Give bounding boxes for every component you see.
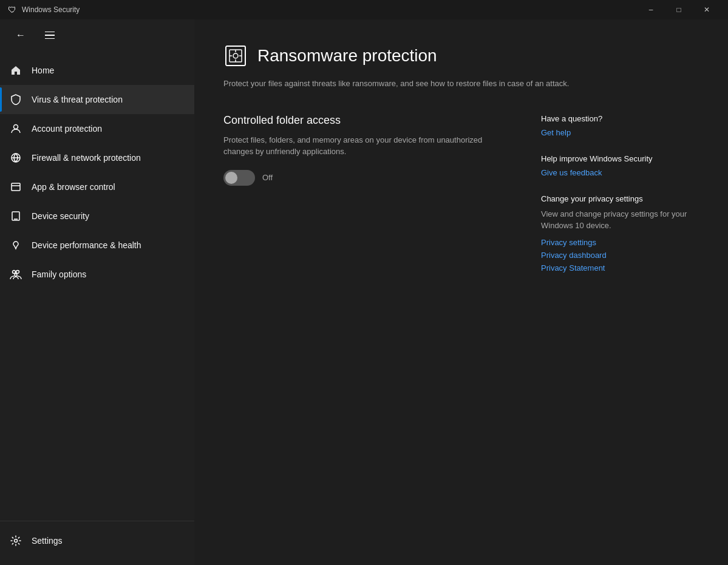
help-section: Have a question? Get help [541,114,699,137]
sidebar-item-firewall[interactable]: Firewall & network protection [0,143,194,172]
app-body: ← Home [0,19,728,565]
privacy-title: Change your privacy settings [541,194,699,203]
improve-section: Help improve Windows Security Give us fe… [541,154,699,177]
toggle-row: Off [223,170,512,186]
nav-items: Home Virus & threat protection Accoun [0,51,194,521]
svg-point-8 [15,274,17,276]
sidebar-label-virus: Virus & threat protection [32,95,123,104]
title-bar-controls: – □ ✕ [637,0,721,19]
main-column: Controlled folder access Protect files, … [223,114,512,289]
section-title: Controlled folder access [223,114,512,127]
devicehealth-icon [10,239,22,251]
privacy-description: View and change privacy settings for you… [541,208,699,232]
privacy-statement-link[interactable]: Privacy Statement [541,263,699,272]
toggle-knob [225,172,237,184]
improve-title: Help improve Windows Security [541,154,699,163]
sidebar-item-family[interactable]: Family options [0,260,194,289]
title-bar-title: Windows Security [22,5,80,14]
side-column: Have a question? Get help Help improve W… [541,114,699,289]
sidebar-item-settings[interactable]: Settings [0,526,194,555]
settings-icon [10,535,22,547]
appbrowser-icon [10,181,22,193]
privacy-section: Change your privacy settings View and ch… [541,194,699,272]
back-button[interactable]: ← [10,24,32,46]
sidebar-label-appbrowser: App & browser control [32,182,115,192]
page-header: Ransomware protection [223,44,699,68]
sidebar-item-devicehealth[interactable]: Device performance & health [0,231,194,260]
sidebar-item-account[interactable]: Account protection [0,114,194,143]
title-bar: 🛡 Windows Security – □ ✕ [0,0,728,19]
svg-rect-10 [226,46,245,66]
sidebar-item-virus[interactable]: Virus & threat protection [0,85,194,114]
svg-point-7 [16,271,19,274]
privacy-settings-link[interactable]: Privacy settings [541,238,699,247]
section-description: Protect files, folders, and memory areas… [223,134,512,158]
firewall-icon [10,152,22,164]
nav-bottom: Settings [0,521,194,565]
title-bar-left: 🛡 Windows Security [7,5,80,15]
minimize-button[interactable]: – [637,0,665,19]
svg-point-12 [233,53,238,58]
close-button[interactable]: ✕ [693,0,721,19]
sidebar-label-settings: Settings [32,536,63,546]
shield-icon [10,93,22,106]
svg-point-0 [14,125,18,129]
sidebar-label-account: Account protection [32,124,102,134]
hamburger-line-3 [45,38,55,39]
svg-point-6 [13,271,16,274]
devicesecurity-icon [10,210,22,222]
svg-rect-2 [12,183,20,191]
content-columns: Controlled folder access Protect files, … [223,114,699,289]
app-icon: 🛡 [7,5,17,15]
sidebar-item-appbrowser[interactable]: App & browser control [0,172,194,201]
sidebar-label-home: Home [32,66,54,75]
sidebar-label-family: Family options [32,269,86,279]
family-icon [10,268,22,280]
sidebar-label-devicesecurity: Device security [32,211,89,221]
hamburger-line-1 [45,32,55,33]
toggle-label: Off [262,173,273,182]
svg-point-9 [15,540,18,543]
page-header-icon [223,44,248,68]
sidebar-item-devicesecurity[interactable]: Device security [0,201,194,231]
sidebar-top: ← [0,19,194,51]
back-icon: ← [16,30,26,41]
sidebar: ← Home [0,19,194,565]
page-title: Ransomware protection [257,46,437,66]
page-description: Protect your files against threats like … [223,78,600,90]
sidebar-label-devicehealth: Device performance & health [32,240,141,250]
get-help-link[interactable]: Get help [541,128,699,137]
give-feedback-link[interactable]: Give us feedback [541,168,699,177]
toggle-switch[interactable] [223,170,255,186]
sidebar-label-firewall: Firewall & network protection [32,153,141,163]
sidebar-item-home[interactable]: Home [0,56,194,85]
help-title: Have a question? [541,114,699,123]
hamburger-button[interactable] [39,24,61,46]
hamburger-line-2 [45,35,55,36]
maximize-button[interactable]: □ [665,0,693,19]
account-icon [10,123,22,135]
privacy-dashboard-link[interactable]: Privacy dashboard [541,251,699,260]
home-icon [10,64,22,76]
main-content: Ransomware protection Protect your files… [194,19,728,565]
